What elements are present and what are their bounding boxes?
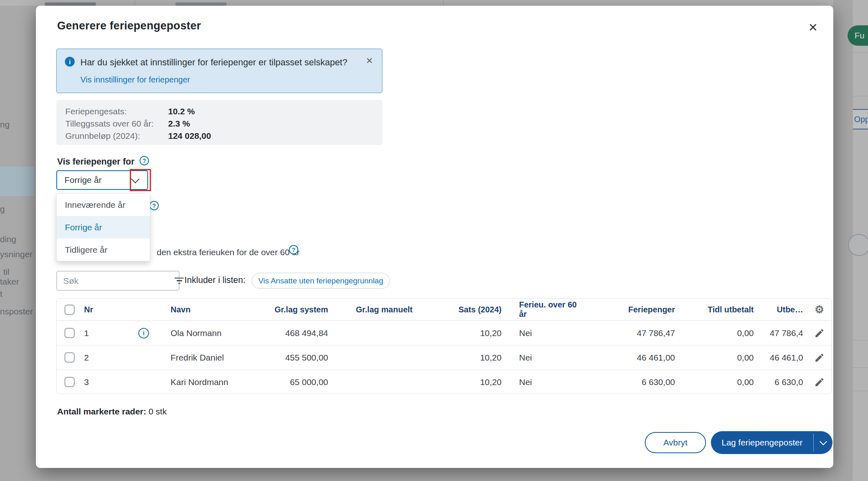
include-in-list-label: Inkluder i listen: xyxy=(184,275,245,285)
background-circle-button xyxy=(848,234,868,256)
select-all-checkbox[interactable] xyxy=(64,305,75,315)
cell-feriepenger: 47 786,47 xyxy=(583,328,679,338)
cell-grlag-system: 65 000,00 xyxy=(269,377,332,387)
period-select-value: Forrige år xyxy=(57,175,132,185)
sidebar-item-fragment: nsposter xyxy=(0,307,33,316)
cell-feriepenger: 46 461,00 xyxy=(583,353,679,363)
cell-ferieu: Nei xyxy=(506,353,583,363)
table-row[interactable]: 1 i Ola Normann 468 494,84 10,20 Nei 47 … xyxy=(57,321,831,345)
cell-tidl-utbetalt: 0,00 xyxy=(679,328,758,338)
row-info-icon[interactable]: i xyxy=(138,328,149,338)
sidebar-item-fragment: ysninger xyxy=(0,249,32,259)
show-employees-without-basis-button[interactable]: Vis Ansatte uten feriepengegrunnlag xyxy=(252,273,390,289)
banner-text: Har du sjekket at innstillinger for feri… xyxy=(80,57,347,68)
background-clipped-text xyxy=(45,2,96,6)
summary-label: Grunnbeløp (2024): xyxy=(65,131,168,141)
cell-sats: 10,20 xyxy=(417,353,506,363)
edit-pencil-icon[interactable] xyxy=(814,352,825,363)
search-input[interactable] xyxy=(57,272,175,290)
cell-utbetales: 46 461,0 xyxy=(758,353,808,363)
screen: ng g ding ysninger til taker t nsposter … xyxy=(0,0,868,481)
dropdown-option-earlier-years[interactable]: Tidligere år xyxy=(57,238,150,261)
show-settings-link[interactable]: Vis innstillinger for feriepenger xyxy=(80,75,190,85)
cell-nr: 2 xyxy=(84,353,89,363)
background-clipped-text xyxy=(175,2,226,6)
sidebar-item-fragment: taker xyxy=(0,277,19,287)
summary-value: 10.2 % xyxy=(168,107,195,116)
chevron-down-icon xyxy=(819,438,827,445)
cell-tidl-utbetalt: 0,00 xyxy=(679,353,758,363)
sidebar-item-fragment: til xyxy=(3,267,9,277)
table-row[interactable]: 2 Fredrik Daniel 455 500,00 10,20 Nei 46… xyxy=(57,345,831,370)
summary-label: Tilleggssats over 60 år: xyxy=(65,119,168,129)
generate-holiday-pay-modal: Generere feriepengeposter ✕ i Har du sje… xyxy=(36,6,833,468)
background-opp-button-label: Opp xyxy=(854,115,868,124)
employees-table: Nr Navn Gr.lag system Gr.lag manuelt Sat… xyxy=(56,298,832,394)
rates-summary-box: Feriepengesats: 10.2 % Tilleggssats over… xyxy=(56,100,382,145)
create-holiday-pay-entries-button[interactable]: Lag feriepengeposter xyxy=(711,431,832,454)
cancel-button[interactable]: Avbryt xyxy=(645,432,706,453)
table-settings-gear-icon[interactable]: ⚙ xyxy=(815,304,824,315)
sidebar-selected-item xyxy=(0,167,34,196)
help-icon[interactable]: ? xyxy=(289,245,298,254)
focus-annotation-box xyxy=(130,169,151,191)
row-checkbox[interactable] xyxy=(64,377,75,387)
edit-pencil-icon[interactable] xyxy=(814,328,825,338)
header-navn: Navn xyxy=(154,305,269,314)
header-grlag-manuelt: Gr.lag manuelt xyxy=(332,305,417,314)
header-tidl-utbetalt: Tidl utbetalt xyxy=(679,305,758,314)
dropdown-option-current-year[interactable]: Inneværende år xyxy=(57,194,150,216)
cell-utbetales: 6 630,0 xyxy=(758,377,808,387)
summary-row: Grunnbeløp (2024): 124 028,00 xyxy=(65,130,382,142)
help-icon[interactable]: ? xyxy=(149,201,159,210)
background-divider xyxy=(135,0,135,6)
header-utbetales: Utbe… xyxy=(758,305,808,314)
background-divider xyxy=(443,0,444,6)
extra-vacation-week-label: den ekstra ferieuken for de over 60 år xyxy=(157,247,300,257)
selected-rows-value: 0 stk xyxy=(149,407,166,416)
filter-icon[interactable] xyxy=(175,272,184,290)
background-divider xyxy=(853,96,868,96)
cell-grlag-system: 468 494,84 xyxy=(269,328,332,338)
sidebar-item-fragment: ding xyxy=(0,234,16,244)
help-icon[interactable]: ? xyxy=(140,156,149,165)
cell-navn: Ola Normann xyxy=(154,328,269,338)
search-box xyxy=(56,271,180,291)
selected-rows-count: Antall markerte rader: 0 stk xyxy=(57,407,166,416)
cell-sats: 10,20 xyxy=(417,377,506,387)
cell-sats: 10,20 xyxy=(417,328,506,338)
cell-utbetales: 47 786,4 xyxy=(758,328,808,338)
background-table-line xyxy=(853,340,868,341)
summary-label: Feriepengesats: xyxy=(65,107,168,116)
background-opp-button: Opp xyxy=(853,109,868,129)
header-nr: Nr xyxy=(84,305,93,314)
header-feriepenger: Feriepenger xyxy=(583,305,679,314)
summary-row: Tilleggssats over 60 år: 2.3 % xyxy=(65,118,382,130)
header-sats: Sats (2024) xyxy=(417,305,506,314)
edit-pencil-icon[interactable] xyxy=(814,377,825,387)
row-checkbox[interactable] xyxy=(64,328,75,338)
primary-button-dropdown[interactable] xyxy=(814,431,832,454)
cell-nr: 3 xyxy=(84,377,89,387)
table-row[interactable]: 3 Kari Nordmann 65 000,00 10,20 Nei 6 63… xyxy=(57,370,831,394)
summary-row: Feriepengesats: 10.2 % xyxy=(65,105,382,118)
sidebar-item-fragment: t xyxy=(0,289,2,299)
background-table-line xyxy=(853,391,868,391)
header-grlag-system: Gr.lag system xyxy=(269,305,332,314)
cell-tidl-utbetalt: 0,00 xyxy=(679,377,758,387)
cell-navn: Kari Nordmann xyxy=(154,377,269,387)
cell-ferieu: Nei xyxy=(506,377,583,387)
show-holiday-pay-for-label: Vis feriepenger for xyxy=(57,157,135,167)
row-checkbox[interactable] xyxy=(64,352,75,363)
table-header-row: Nr Navn Gr.lag system Gr.lag manuelt Sat… xyxy=(57,298,831,321)
modal-title: Generere feriepengeposter xyxy=(57,20,201,32)
sidebar-item-fragment: ng xyxy=(0,120,9,129)
cell-ferieu: Nei xyxy=(506,328,583,338)
primary-button-label: Lag feriepengeposter xyxy=(711,431,813,454)
close-icon[interactable]: ✕ xyxy=(808,22,818,33)
background-table-line xyxy=(853,367,868,368)
banner-close-icon[interactable]: ✕ xyxy=(366,56,373,66)
background-function-button-label: Fu xyxy=(855,31,865,40)
dropdown-option-previous-year[interactable]: Forrige år xyxy=(57,216,150,238)
info-icon: i xyxy=(65,57,75,67)
